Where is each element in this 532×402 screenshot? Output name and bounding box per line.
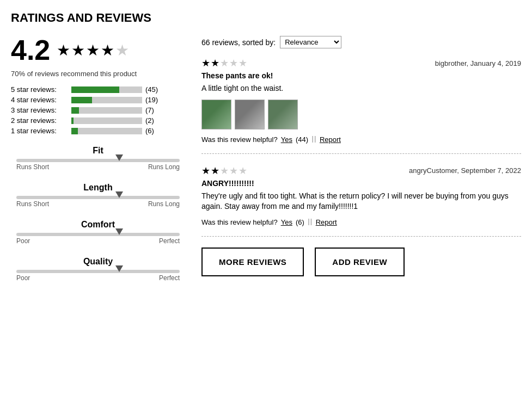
slider-track: [16, 196, 180, 199]
helpful-divider: II: [311, 135, 316, 145]
add-review-button[interactable]: ADD REVIEW: [315, 248, 405, 276]
review-stars: ★★★★★: [201, 165, 247, 177]
reviews-count-text: 66 reviews, sorted by:: [201, 38, 276, 47]
helpful-row: Was this review helpful?Yes(44)IIReport: [201, 135, 521, 145]
review-thumbnail[interactable]: [268, 100, 298, 129]
more-reviews-button[interactable]: MORE REVIEWS: [201, 248, 304, 276]
reviews-list: ★★★★★bigbrother, January 4, 2019These pa…: [201, 57, 521, 237]
slider-left-label: Runs Short: [16, 163, 49, 171]
helpful-label: Was this review helpful?: [201, 218, 278, 226]
recommend-text: 70% of reviews recommend this product: [11, 70, 185, 78]
review-item: ★★★★★angryCustomer, September 7, 2022ANG…: [201, 165, 521, 237]
review-images: [201, 100, 521, 129]
slider-right-label: Runs Long: [148, 200, 180, 208]
slider-track: [16, 159, 180, 162]
sliders-container: FitRuns ShortRuns LongLengthRuns ShortRu…: [11, 146, 185, 282]
review-star-empty: ★: [229, 57, 238, 69]
bar-fill: [71, 128, 78, 134]
star-bar-row: 4 star reviews:(19): [11, 96, 185, 104]
slider-right-label: Perfect: [159, 274, 180, 282]
review-star-empty: ★: [239, 57, 247, 69]
slider-track-wrapper: Runs ShortRuns Long: [16, 196, 180, 208]
slider-title: Length: [11, 183, 185, 193]
bar-fill: [71, 117, 74, 124]
review-thumbnail[interactable]: [201, 100, 231, 129]
slider-track-wrapper: PoorPerfect: [16, 233, 180, 245]
slider-thumb: [115, 154, 123, 161]
review-star-empty: ★: [220, 165, 229, 177]
review-body: They're ugly and fit too tight. What is …: [201, 191, 521, 212]
bar-count: (2): [145, 116, 162, 125]
reviews-header: 66 reviews, sorted by: RelevanceNewestOl…: [201, 36, 521, 48]
bar-count: (6): [145, 127, 162, 135]
helpful-label: Was this review helpful?: [201, 135, 278, 144]
slider-section: LengthRuns ShortRuns Long: [11, 183, 185, 208]
review-title: ANGRY!!!!!!!!!!: [201, 179, 521, 188]
bar-fill: [71, 86, 119, 93]
slider-track-wrapper: PoorPerfect: [16, 270, 180, 282]
review-header-row: ★★★★★angryCustomer, September 7, 2022: [201, 165, 521, 177]
page-title: RATINGS AND REVIEWS: [11, 11, 521, 25]
review-star-empty: ★: [239, 165, 247, 177]
buttons-row: MORE REVIEWS ADD REVIEW: [201, 248, 521, 276]
report-link[interactable]: Report: [320, 135, 341, 144]
review-body: A little tight on the waist.: [201, 83, 521, 94]
slider-labels: Runs ShortRuns Long: [16, 200, 180, 208]
star-bar-row: 2 star reviews:(2): [11, 116, 185, 125]
star-bar-row: 3 star reviews:(7): [11, 106, 185, 114]
rating-summary: 4.2 ★★★★★: [11, 36, 185, 64]
review-star-filled: ★: [211, 57, 219, 69]
bar-track: [71, 128, 142, 134]
review-title: These pants are ok!: [201, 71, 521, 80]
star-filled: ★: [101, 41, 114, 59]
slider-labels: PoorPerfect: [16, 237, 180, 245]
slider-section: ComfortPoorPerfect: [11, 220, 185, 245]
helpful-yes-link[interactable]: Yes: [281, 218, 292, 226]
star-bar-label: 3 star reviews:: [11, 106, 68, 114]
slider-left-label: Runs Short: [16, 200, 49, 208]
bar-count: (19): [145, 96, 162, 104]
helpful-row: Was this review helpful?Yes(6)IIReport: [201, 218, 521, 227]
slider-title: Quality: [11, 257, 185, 267]
slider-left-label: Poor: [16, 274, 30, 282]
slider-section: QualityPoorPerfect: [11, 257, 185, 282]
bar-track: [71, 97, 142, 103]
slider-right-label: Runs Long: [148, 163, 180, 171]
slider-left-label: Poor: [16, 237, 30, 245]
helpful-yes-link[interactable]: Yes: [281, 135, 292, 144]
slider-section: FitRuns ShortRuns Long: [11, 146, 185, 171]
slider-thumb: [115, 228, 123, 235]
star-bar-label: 4 star reviews:: [11, 96, 68, 104]
helpful-divider: II: [308, 218, 313, 227]
bar-track: [71, 117, 142, 124]
big-rating: 4.2: [11, 36, 50, 64]
star-bar-row: 5 star reviews:(45): [11, 85, 185, 94]
sort-select[interactable]: RelevanceNewestOldestHighest RatedLowest…: [280, 36, 341, 48]
report-link[interactable]: Report: [316, 218, 337, 226]
star-filled: ★: [71, 41, 85, 59]
slider-right-label: Perfect: [159, 237, 180, 245]
star-bar-label: 1 star reviews:: [11, 127, 68, 135]
slider-labels: PoorPerfect: [16, 274, 180, 282]
helpful-count: (44): [296, 135, 308, 144]
star-filled: ★: [86, 41, 100, 59]
review-stars: ★★★★★: [201, 57, 247, 69]
star-bar-label: 5 star reviews:: [11, 85, 68, 94]
bar-count: (7): [145, 106, 162, 114]
review-star-filled: ★: [201, 165, 210, 177]
left-panel: 4.2 ★★★★★ 70% of reviews recommend this …: [11, 36, 185, 294]
reviewer-info: bigbrother, January 4, 2019: [435, 59, 521, 67]
review-star-empty: ★: [220, 57, 229, 69]
slider-track: [16, 233, 180, 236]
slider-track-wrapper: Runs ShortRuns Long: [16, 159, 180, 171]
slider-track: [16, 270, 180, 273]
bar-fill: [71, 107, 79, 114]
review-thumbnail[interactable]: [235, 100, 265, 129]
review-star-filled: ★: [211, 165, 219, 177]
review-star-empty: ★: [229, 165, 238, 177]
bar-count: (45): [145, 85, 162, 94]
star-bar-row: 1 star reviews:(6): [11, 127, 185, 135]
stars-large: ★★★★★: [57, 41, 129, 59]
review-item: ★★★★★bigbrother, January 4, 2019These pa…: [201, 57, 521, 154]
slider-title: Comfort: [11, 220, 185, 230]
